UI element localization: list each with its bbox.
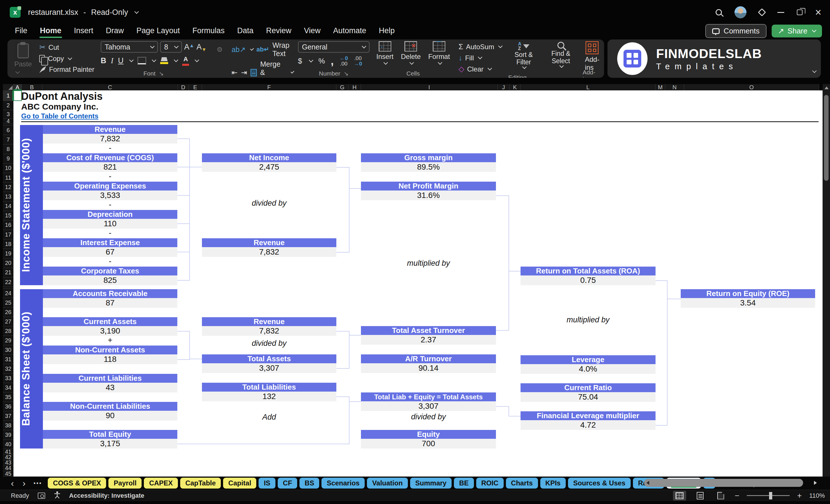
row-header-20[interactable]: 20 xyxy=(3,259,13,268)
addins-button[interactable]: Add-ins xyxy=(583,41,602,71)
read-only-badge[interactable]: Read-Only xyxy=(91,8,128,17)
box-interest-value[interactable]: 67 xyxy=(43,247,177,257)
normal-view-button[interactable] xyxy=(673,491,686,501)
decrease-indent-button[interactable]: ⇤ xyxy=(232,68,238,77)
row-header-14[interactable]: 14 xyxy=(3,202,13,211)
row-header-17[interactable]: 17 xyxy=(3,230,13,240)
column-header-L[interactable]: L xyxy=(520,84,656,90)
zoom-in-button[interactable]: + xyxy=(797,491,802,500)
row-header-8[interactable]: 8 xyxy=(3,145,13,154)
decrease-decimal-button[interactable]: .00→0 xyxy=(353,56,362,66)
column-header-B[interactable]: B xyxy=(22,84,42,90)
page-layout-view-button[interactable] xyxy=(694,491,707,501)
menu-tab-help[interactable]: Help xyxy=(374,25,399,37)
page-break-view-button[interactable] xyxy=(714,491,727,501)
row-header-26[interactable]: 26 xyxy=(3,308,13,317)
sheet-tab-captable[interactable]: CapTable xyxy=(180,478,221,489)
column-header-N[interactable]: N xyxy=(665,84,684,90)
clear-button[interactable]: ◇Clear xyxy=(457,64,504,74)
sheet-tab-kpis[interactable]: KPIs xyxy=(540,478,566,489)
column-header-K[interactable]: K xyxy=(510,84,520,90)
row-header-38[interactable]: 38 xyxy=(3,421,13,430)
row-header-43[interactable]: 43 xyxy=(3,460,13,466)
autosum-button[interactable]: ΣAutoSum xyxy=(457,42,504,52)
bold-button[interactable]: B xyxy=(101,56,106,65)
box-taxes-value[interactable]: 825 xyxy=(43,276,177,285)
box-current-liabilities-value[interactable]: 43 xyxy=(43,383,177,392)
row-header-27[interactable]: 27 xyxy=(3,317,13,326)
vertical-scrollbar-thumb[interactable] xyxy=(824,95,829,181)
column-header-I[interactable]: I xyxy=(361,84,498,90)
row-header-25[interactable]: 25 xyxy=(3,298,13,308)
macro-record-icon[interactable] xyxy=(38,493,45,499)
underline-button[interactable]: U xyxy=(118,56,124,65)
row-header-21[interactable]: 21 xyxy=(3,268,13,278)
box-depreciation-value[interactable]: 110 xyxy=(43,219,177,228)
insert-cells-button[interactable]: ← Insert xyxy=(374,41,396,65)
box-revenue2-value[interactable]: 7,832 xyxy=(202,247,337,257)
box-total-assets-value[interactable]: 3,307 xyxy=(202,363,337,373)
row-header-42[interactable]: 42 xyxy=(3,454,13,460)
column-header-O[interactable]: O xyxy=(684,84,819,90)
menu-tab-file[interactable]: File xyxy=(10,25,32,37)
menu-tab-page-layout[interactable]: Page Layout xyxy=(132,25,185,37)
row-header-15[interactable]: 15 xyxy=(3,211,13,221)
orientation-button[interactable]: ab↗ xyxy=(232,45,246,54)
increase-indent-button[interactable]: ⇥ xyxy=(241,68,247,77)
box-gross-margin-value[interactable]: 89.5% xyxy=(361,162,496,172)
borders-icon[interactable] xyxy=(137,57,146,64)
sheet-tab-is[interactable]: IS xyxy=(259,478,276,489)
column-header-M[interactable]: M xyxy=(656,84,665,90)
menu-tab-home[interactable]: Home xyxy=(35,25,66,37)
fill-button[interactable]: ↓Fill xyxy=(457,53,504,63)
row-header-3[interactable]: 3 xyxy=(3,110,13,119)
increase-decimal-button[interactable]: ←0.00 xyxy=(340,56,348,66)
box-roa-value[interactable]: 0.75 xyxy=(520,276,656,285)
row-header-1[interactable]: 1 xyxy=(3,90,13,101)
sheet-tab-summary[interactable]: Summary xyxy=(410,478,452,489)
box-tle-value[interactable]: 3,307 xyxy=(361,401,496,411)
row-header-16[interactable]: 16 xyxy=(3,221,13,230)
row-header-4[interactable]: 4 xyxy=(3,119,13,124)
box-roe-value[interactable]: 3.54 xyxy=(681,298,815,308)
row-header-2[interactable]: 2 xyxy=(3,101,13,110)
sheet-tab-roic[interactable]: ROIC xyxy=(476,478,504,489)
row-header-13[interactable]: 13 xyxy=(3,192,13,201)
row-header-18[interactable]: 18 xyxy=(3,240,13,249)
scroll-up-icon[interactable] xyxy=(825,86,829,89)
toc-link[interactable]: Go to Table of Contents xyxy=(21,112,98,120)
accessibility-status[interactable]: Accessibility: Investigate xyxy=(69,492,145,499)
scroll-left-icon[interactable] xyxy=(646,481,649,485)
sheet-tab-capital[interactable]: Capital xyxy=(223,478,256,489)
shrink-font-button[interactable]: A▼ xyxy=(196,43,206,52)
sheet-tab-bs[interactable]: BS xyxy=(299,478,319,489)
zoom-out-button[interactable]: − xyxy=(735,491,739,500)
row-header-33[interactable]: 33 xyxy=(3,374,13,383)
sort-filter-button[interactable]: AZ Sort & Filter xyxy=(507,41,541,69)
tab-scroll-right-icon[interactable]: › xyxy=(20,479,28,487)
column-header-A[interactable]: A xyxy=(13,84,22,90)
share-button[interactable]: ↗ Share xyxy=(772,25,822,37)
row-header-41[interactable]: 41 xyxy=(3,449,13,454)
row-header-32[interactable]: 32 xyxy=(3,364,13,374)
restore-button[interactable] xyxy=(797,9,802,15)
column-header-D[interactable]: D xyxy=(178,84,189,90)
align-right-button[interactable] xyxy=(225,71,228,74)
row-header-22[interactable]: 22 xyxy=(3,278,13,287)
sheet-tab-valuation[interactable]: Valuation xyxy=(367,478,408,489)
box-total-liabilities-value[interactable]: 132 xyxy=(202,391,337,401)
box-non-current-assets-value[interactable]: 118 xyxy=(43,354,177,364)
sheet-tab-be[interactable]: BE xyxy=(454,478,474,489)
menu-tab-formulas[interactable]: Formulas xyxy=(188,25,229,37)
font-color-icon[interactable]: A xyxy=(182,56,189,66)
sheet-tab-charts[interactable]: Charts xyxy=(506,478,538,489)
align-middle-button[interactable] xyxy=(218,48,221,51)
format-painter-button[interactable]: Format Painter xyxy=(37,65,96,74)
dialog-launcher-icon[interactable]: ↘ xyxy=(344,70,349,77)
minimize-button[interactable] xyxy=(777,12,784,13)
row-header-19[interactable]: 19 xyxy=(3,249,13,258)
box-revenue3-value[interactable]: 7,832 xyxy=(202,326,337,336)
column-header-H[interactable]: H xyxy=(348,84,361,90)
row-header-35[interactable]: 35 xyxy=(3,392,13,402)
wrap-text-button[interactable]: Wrap Text xyxy=(273,41,293,58)
